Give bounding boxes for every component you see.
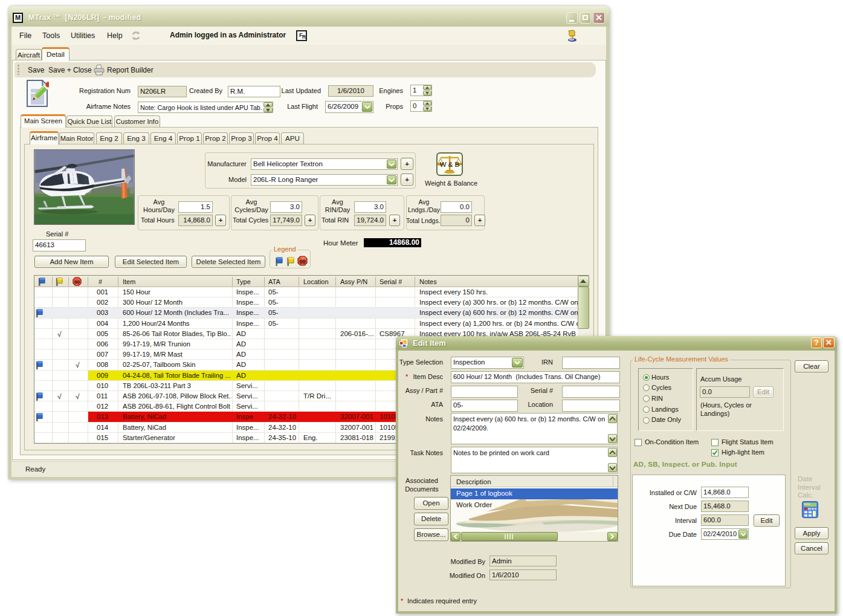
svg-text:00: 00 (74, 279, 80, 285)
svg-text:00: 00 (299, 259, 305, 265)
